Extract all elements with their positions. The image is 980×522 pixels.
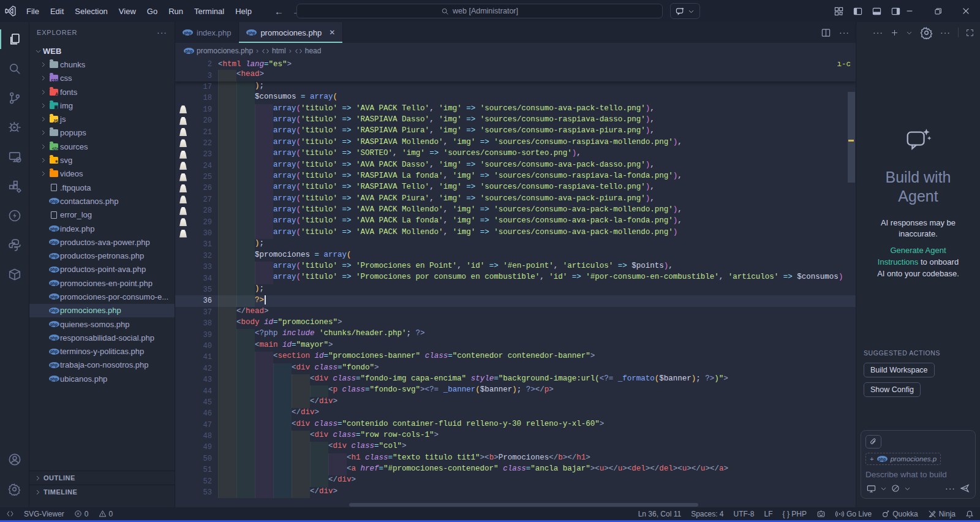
status-remote-status-icon[interactable]: [6, 510, 14, 518]
chevron-down-icon[interactable]: [880, 485, 887, 492]
tab-close-icon[interactable]: ✕: [329, 28, 335, 37]
code-line-21[interactable]: 21array('titulo' => 'RASPIAVA Piura', 'i…: [175, 126, 856, 137]
breadcrumb-promociones.php[interactable]: phppromociones.php: [184, 47, 253, 55]
code-line-29[interactable]: 29array('titulo' => 'AVA PACK La fonda',…: [175, 216, 856, 227]
code-line-50[interactable]: 50<h1 class="texto titulo tit1"><b>Promo…: [175, 453, 856, 464]
menu-selection[interactable]: Selection: [69, 7, 113, 16]
chat-input-box[interactable]: + php promociones.p Describe what to bui…: [861, 430, 976, 499]
code-line-2[interactable]: 2<html lang="es">: [175, 59, 856, 70]
code-line-38[interactable]: 38<body id="promociones">: [175, 318, 856, 329]
chevron-down-icon[interactable]: [904, 485, 911, 492]
code-line-39[interactable]: 39<?php include 'chunks/header.php'; ?>: [175, 329, 856, 340]
code-line-31[interactable]: 31);: [175, 239, 856, 250]
breadcrumb-head[interactable]: head: [295, 47, 322, 55]
code-line-46[interactable]: 46</div>: [175, 408, 856, 419]
menu-edit[interactable]: Edit: [45, 7, 69, 16]
tree-item-productos-ava-power-php[interactable]: phpproductos-ava-power.php: [29, 235, 175, 249]
activity-files-icon[interactable]: [0, 25, 29, 54]
minimize-button[interactable]: [895, 0, 924, 22]
restore-button[interactable]: [924, 0, 952, 22]
tree-root-web[interactable]: WEB: [29, 44, 175, 58]
code-line-3[interactable]: 3<head>: [175, 70, 856, 81]
code-line-20[interactable]: 20array('titulo' => 'RASPIAVA Dasso', 'i…: [175, 115, 856, 126]
activity-account-icon[interactable]: [0, 445, 29, 474]
code-editor[interactable]: 2<html lang="es">3<head> 17);18$consumos…: [175, 59, 856, 507]
tree-item-chunks[interactable]: chunks: [29, 58, 175, 71]
code-line-22[interactable]: 22array('titulo' => 'RASPIAVA Mollendo',…: [175, 138, 856, 149]
code-line-44[interactable]: 44<p class="fondo-svg"><?= _banner($bann…: [175, 385, 856, 396]
code-line-35[interactable]: 35);: [175, 284, 856, 295]
code-line-42[interactable]: 42<div class="fondo">: [175, 363, 856, 374]
activity-gear-icon[interactable]: [0, 474, 29, 504]
code-line-43[interactable]: 43<div class="fondo-img capa-encima" sty…: [175, 374, 856, 385]
tree-item-error-log[interactable]: error_log: [29, 208, 175, 222]
more-icon[interactable]: ···: [839, 28, 850, 37]
code-line-34[interactable]: 34array('titulo' => 'Promociones por con…: [175, 273, 856, 284]
status--php[interactable]: { } PHP: [783, 510, 807, 518]
menu-help[interactable]: Help: [230, 7, 257, 16]
status-go-live[interactable]: Go Live: [835, 510, 872, 518]
tree-item-css[interactable]: csscss: [29, 72, 175, 85]
activity-extensions-icon[interactable]: [0, 172, 29, 201]
activity-package-icon[interactable]: [0, 260, 29, 289]
menu-file[interactable]: File: [21, 7, 45, 16]
status-0[interactable]: 0: [99, 510, 113, 518]
tree-item-ubicanos-php[interactable]: phpubicanos.php: [29, 372, 175, 385]
tree-item-svg[interactable]: ✶svg: [29, 153, 175, 167]
code-line-19[interactable]: 19array('titulo' => 'AVA PACK Tello', 'i…: [175, 104, 856, 115]
code-line-36[interactable]: 36?>: [175, 295, 856, 306]
code-line-52[interactable]: 52</div>: [175, 475, 856, 486]
tree-item--ftpquota[interactable]: .ftpquota: [29, 181, 175, 194]
copilot-button[interactable]: [670, 3, 700, 19]
tab-promociones.php[interactable]: phppromociones.php✕: [239, 22, 343, 43]
tree-item-index-php[interactable]: phpindex.php: [29, 222, 175, 235]
code-line-28[interactable]: 28array('titulo' => 'AVA PACK Mollendo',…: [175, 205, 856, 216]
more-icon[interactable]: ···: [945, 483, 956, 493]
gear-icon[interactable]: [920, 26, 933, 39]
tree-item-promociones-por-consumo-e-[interactable]: phppromociones-por-consumo-e...: [29, 290, 175, 303]
command-center-search[interactable]: web [Administrator]: [296, 4, 663, 18]
code-line-41[interactable]: 41<section id="promociones-banner" class…: [175, 352, 856, 363]
status-spaces-4[interactable]: Spaces: 4: [691, 510, 723, 518]
context-chip[interactable]: + php promociones.p: [865, 453, 941, 465]
code-line-30[interactable]: 30array('titulo' => 'AVA PACK Mollendo',…: [175, 228, 856, 239]
tree-item-promociones-php[interactable]: phppromociones.php: [29, 304, 175, 317]
close-button[interactable]: [952, 0, 980, 22]
activity-remote-explorer-icon[interactable]: [0, 142, 29, 172]
section-outline[interactable]: OUTLINE: [29, 471, 175, 485]
code-line-26[interactable]: 26array('titulo' => 'RASPIAVA Tello', 'i…: [175, 183, 856, 194]
horizontal-scrollbar[interactable]: [349, 503, 698, 507]
activity-run-debug-icon[interactable]: [0, 113, 29, 142]
status-lf[interactable]: LF: [764, 510, 773, 518]
code-line-53[interactable]: 53</div>: [175, 487, 856, 498]
tree-item-productos-petronas-php[interactable]: phpproductos-petronas.php: [29, 249, 175, 262]
status-ninja[interactable]: Ninja: [928, 510, 956, 518]
status-0[interactable]: 0: [74, 510, 89, 518]
show-config-button[interactable]: Show Config: [864, 382, 921, 397]
status-robot-icon[interactable]: [816, 509, 826, 518]
split-editor-icon[interactable]: [821, 28, 831, 37]
tree-item-contactanos-php[interactable]: phpcontactanos.php: [29, 194, 175, 208]
expand-icon[interactable]: [966, 29, 974, 37]
menu-go[interactable]: Go: [141, 7, 163, 16]
status-ln-36-col-11[interactable]: Ln 36, Col 11: [638, 510, 682, 518]
code-line-37[interactable]: 37</head>: [175, 307, 856, 318]
code-line-25[interactable]: 25array('titulo' => 'RASPIAVA La fonda',…: [175, 172, 856, 183]
send-icon[interactable]: [960, 483, 970, 493]
tree-item-productos-point-ava-php[interactable]: phpproductos-point-ava.php: [29, 263, 175, 276]
customize-layout-icon[interactable]: [834, 7, 843, 16]
chevron-down-icon[interactable]: [906, 29, 913, 36]
explorer-more-icon[interactable]: ···: [157, 28, 167, 37]
menu-terminal[interactable]: Terminal: [189, 7, 230, 16]
status-quokka[interactable]: Quokka: [881, 510, 918, 518]
attach-context-button[interactable]: [865, 435, 881, 448]
code-line-27[interactable]: 27array('titulo' => 'AVA PACK Piura', 'i…: [175, 194, 856, 205]
code-line-32[interactable]: 32$promociones = array(: [175, 251, 856, 262]
code-line-47[interactable]: 47<div class="contenido container-fluid …: [175, 420, 856, 431]
toggle-primary-sidebar-icon[interactable]: [853, 7, 862, 16]
status-svg-viewer[interactable]: SVG-Viewer: [24, 510, 64, 518]
more-icon[interactable]: ···: [940, 28, 951, 37]
tree-item-terminos-y-politicas-php[interactable]: phpterminos-y-politicas.php: [29, 345, 175, 358]
code-line-51[interactable]: 51<a href="#promociones-contenedor" clas…: [175, 464, 856, 475]
code-line-18[interactable]: 18$consumos = array(: [175, 93, 856, 104]
